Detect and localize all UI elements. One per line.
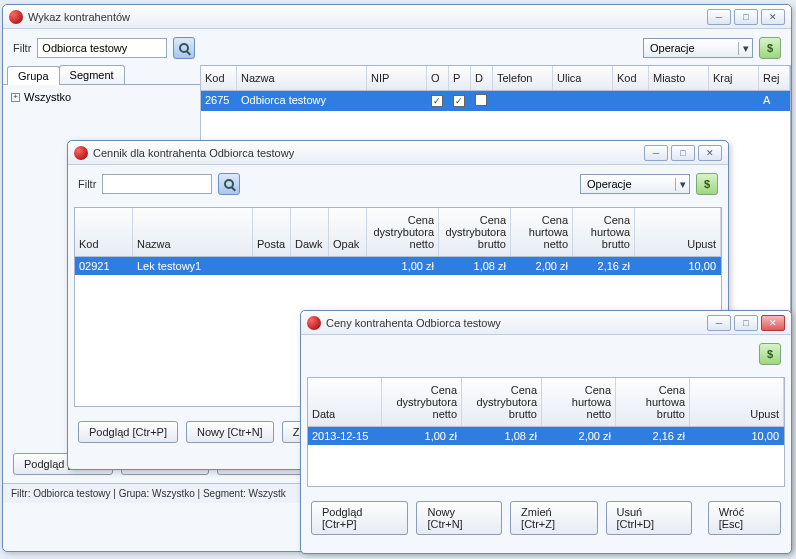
tree-root[interactable]: + Wszystko <box>11 91 192 103</box>
search-button[interactable] <box>173 37 195 59</box>
col-nazwa[interactable]: Nazwa <box>133 208 253 256</box>
col-chb[interactable]: Cena hurtowa brutto <box>616 378 690 426</box>
app-icon <box>74 146 88 160</box>
table-row[interactable]: 2675 Odbiorca testowy ✓ ✓ A <box>201 91 790 111</box>
col-upust[interactable]: Upust <box>635 208 721 256</box>
minimize-icon[interactable]: ─ <box>644 145 668 161</box>
titlebar[interactable]: Wykaz kontrahentów ─ □ ✕ <box>3 5 791 29</box>
col-nazwa[interactable]: Nazwa <box>237 66 367 90</box>
maximize-icon[interactable]: □ <box>734 9 758 25</box>
edit-button[interactable]: Zmień [Ctr+Z] <box>510 501 597 535</box>
col-kod2[interactable]: Kod <box>613 66 649 90</box>
tab-segment[interactable]: Segment <box>59 65 125 84</box>
delete-button[interactable]: Usuń [Ctrl+D] <box>606 501 692 535</box>
search-button[interactable] <box>218 173 240 195</box>
grid-header: Data Cena dystrybutora netto Cena dystry… <box>308 378 784 427</box>
tree[interactable]: + Wszystko <box>3 85 200 109</box>
new-button[interactable]: Nowy [Ctr+N] <box>416 501 502 535</box>
close-icon[interactable]: ✕ <box>761 315 785 331</box>
close-icon[interactable]: ✕ <box>698 145 722 161</box>
close-icon[interactable]: ✕ <box>761 9 785 25</box>
refresh-button[interactable]: $ <box>696 173 718 195</box>
col-d[interactable]: D <box>471 66 493 90</box>
col-cdb[interactable]: Cena dystrybutora brutto <box>439 208 511 256</box>
filter-input[interactable] <box>37 38 167 58</box>
col-o[interactable]: O <box>427 66 449 90</box>
back-button[interactable]: Wróć [Esc] <box>708 501 781 535</box>
refresh-button[interactable]: $ <box>759 37 781 59</box>
col-chb[interactable]: Cena hurtowa brutto <box>573 208 635 256</box>
col-chn[interactable]: Cena hurtowa netto <box>542 378 616 426</box>
col-cdn[interactable]: Cena dystrybutora netto <box>367 208 439 256</box>
table-row[interactable]: 2013-12-15 1,00 zł 1,08 zł 2,00 zł 2,16 … <box>308 427 784 445</box>
col-rej[interactable]: Rej <box>759 66 790 90</box>
col-telefon[interactable]: Telefon <box>493 66 553 90</box>
operations-combo[interactable]: Operacje▾ <box>580 174 690 194</box>
window-title: Cennik dla kontrahenta Odbiorca testowy <box>93 147 644 159</box>
checkbox-p[interactable]: ✓ <box>453 95 465 107</box>
col-miasto[interactable]: Miasto <box>649 66 709 90</box>
grid-header: Kod Nazwa NIP O P D Telefon Ulica Kod Mi… <box>201 66 790 91</box>
app-icon <box>9 10 23 24</box>
col-kod[interactable]: Kod <box>75 208 133 256</box>
preview-button[interactable]: Podgląd [Ctr+P] <box>78 421 178 443</box>
window-title: Wykaz kontrahentów <box>28 11 707 23</box>
col-upust[interactable]: Upust <box>690 378 784 426</box>
filter-label: Filtr <box>78 178 96 190</box>
filter-input[interactable] <box>102 174 212 194</box>
checkbox-o[interactable]: ✓ <box>431 95 443 107</box>
maximize-icon[interactable]: □ <box>671 145 695 161</box>
window-title: Ceny kontrahenta Odbiorca testowy <box>326 317 707 329</box>
col-posta[interactable]: Posta <box>253 208 291 256</box>
minimize-icon[interactable]: ─ <box>707 315 731 331</box>
table-row[interactable]: 02921 Lek testowy1 1,00 zł 1,08 zł 2,00 … <box>75 257 721 275</box>
minimize-icon[interactable]: ─ <box>707 9 731 25</box>
titlebar[interactable]: Ceny kontrahenta Odbiorca testowy ─ □ ✕ <box>301 311 791 335</box>
col-ulica[interactable]: Ulica <box>553 66 613 90</box>
filter-label: Filtr <box>13 42 31 54</box>
col-kod[interactable]: Kod <box>201 66 237 90</box>
col-nip[interactable]: NIP <box>367 66 427 90</box>
preview-button[interactable]: Podgląd [Ctr+P] <box>311 501 408 535</box>
col-cdb[interactable]: Cena dystrybutora brutto <box>462 378 542 426</box>
col-opak[interactable]: Opak <box>329 208 367 256</box>
search-icon <box>224 179 234 189</box>
col-cdn[interactable]: Cena dystrybutora netto <box>382 378 462 426</box>
expand-icon[interactable]: + <box>11 93 20 102</box>
col-data[interactable]: Data <box>308 378 382 426</box>
col-chn[interactable]: Cena hurtowa netto <box>511 208 573 256</box>
chevron-down-icon: ▾ <box>738 42 749 55</box>
col-p[interactable]: P <box>449 66 471 90</box>
app-icon <box>307 316 321 330</box>
chevron-down-icon: ▾ <box>675 178 686 191</box>
col-dawk[interactable]: Dawk <box>291 208 329 256</box>
titlebar[interactable]: Cennik dla kontrahenta Odbiorca testowy … <box>68 141 728 165</box>
maximize-icon[interactable]: □ <box>734 315 758 331</box>
window-prices: Ceny kontrahenta Odbiorca testowy ─ □ ✕ … <box>300 310 792 554</box>
checkbox-d[interactable] <box>475 94 487 106</box>
grid-header: Kod Nazwa Posta Dawk Opak Cena dystrybut… <box>75 208 721 257</box>
col-kraj[interactable]: Kraj <box>709 66 759 90</box>
tab-grupa[interactable]: Grupa <box>7 66 60 85</box>
new-button[interactable]: Nowy [Ctr+N] <box>186 421 274 443</box>
search-icon <box>179 43 189 53</box>
refresh-button[interactable]: $ <box>759 343 781 365</box>
operations-combo[interactable]: Operacje▾ <box>643 38 753 58</box>
